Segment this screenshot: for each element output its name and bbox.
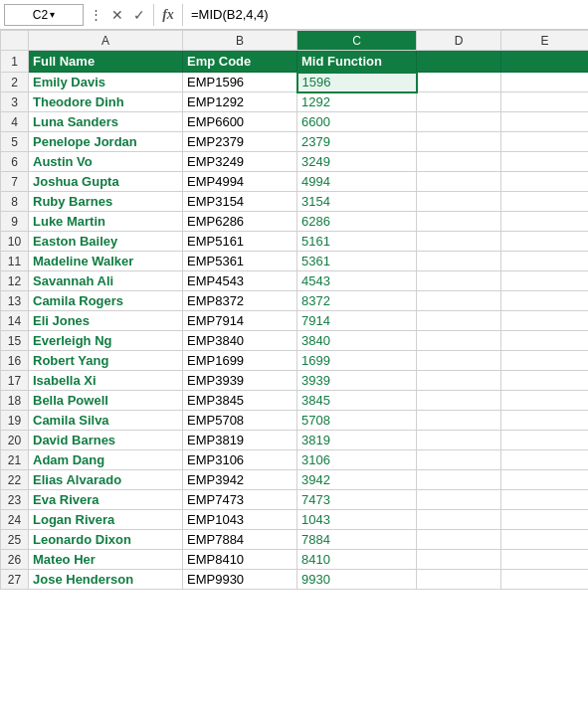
cell-e-15[interactable]	[501, 331, 589, 351]
col-header-c[interactable]: C	[297, 31, 417, 51]
cell-c-2[interactable]: 1596	[297, 73, 417, 92]
cell-a-27[interactable]: Jose Henderson	[29, 570, 183, 590]
cell-d-20[interactable]	[417, 431, 501, 450]
cell-a-23[interactable]: Eva Rivera	[29, 490, 183, 510]
cell-d-6[interactable]	[417, 152, 501, 172]
cell-b-5[interactable]: EMP2379	[183, 132, 297, 152]
cell-c-3[interactable]: 1292	[297, 92, 417, 112]
cell-b-26[interactable]: EMP8410	[183, 550, 297, 570]
cell-e-22[interactable]	[501, 470, 589, 490]
cell-a-21[interactable]: Adam Dang	[29, 450, 183, 470]
cell-b-14[interactable]: EMP7914	[183, 311, 297, 331]
cell-b-2[interactable]: EMP1596	[183, 73, 297, 92]
cell-b-18[interactable]: EMP3845	[183, 391, 297, 411]
cell-b-6[interactable]: EMP3249	[183, 152, 297, 172]
cell-e-10[interactable]	[501, 232, 589, 252]
cell-b-10[interactable]: EMP5161	[183, 232, 297, 252]
cell-ref-dropdown-icon[interactable]: ▾	[50, 9, 55, 20]
cell-d-4[interactable]	[417, 112, 501, 132]
cell-a-14[interactable]: Eli Jones	[29, 311, 183, 331]
cell-e-11[interactable]	[501, 252, 589, 271]
cell-c-24[interactable]: 1043	[297, 510, 417, 530]
cell-b-16[interactable]: EMP1699	[183, 351, 297, 371]
cell-c-11[interactable]: 5361	[297, 252, 417, 271]
cell-d-11[interactable]	[417, 252, 501, 271]
cell-a-12[interactable]: Savannah Ali	[29, 271, 183, 291]
cell-b-3[interactable]: EMP1292	[183, 92, 297, 112]
cell-b-7[interactable]: EMP4994	[183, 172, 297, 192]
cell-a-10[interactable]: Easton Bailey	[29, 232, 183, 252]
cell-c-26[interactable]: 8410	[297, 550, 417, 570]
cell-c-20[interactable]: 3819	[297, 431, 417, 450]
cell-e-17[interactable]	[501, 371, 589, 391]
cell-e-24[interactable]	[501, 510, 589, 530]
cell-d-26[interactable]	[417, 550, 501, 570]
cell-c-12[interactable]: 4543	[297, 271, 417, 291]
cell-a-9[interactable]: Luke Martin	[29, 212, 183, 232]
cell-c-27[interactable]: 9930	[297, 570, 417, 590]
cell-a-18[interactable]: Bella Powell	[29, 391, 183, 411]
cell-a-25[interactable]: Leonardo Dixon	[29, 530, 183, 550]
cell-e-6[interactable]	[501, 152, 589, 172]
cell-c-15[interactable]: 3840	[297, 331, 417, 351]
cell-d-27[interactable]	[417, 570, 501, 590]
cell-b-21[interactable]: EMP3106	[183, 450, 297, 470]
cell-a-5[interactable]: Penelope Jordan	[29, 132, 183, 152]
cell-e-12[interactable]	[501, 271, 589, 291]
cell-e-26[interactable]	[501, 550, 589, 570]
cell-c-7[interactable]: 4994	[297, 172, 417, 192]
cell-d-19[interactable]	[417, 411, 501, 431]
cell-c-9[interactable]: 6286	[297, 212, 417, 232]
cell-c-21[interactable]: 3106	[297, 450, 417, 470]
cell-a-26[interactable]: Mateo Her	[29, 550, 183, 570]
cell-a-15[interactable]: Everleigh Ng	[29, 331, 183, 351]
cell-b-25[interactable]: EMP7884	[183, 530, 297, 550]
cell-a-17[interactable]: Isabella Xi	[29, 371, 183, 391]
cell-b-13[interactable]: EMP8372	[183, 291, 297, 311]
cell-e-3[interactable]	[501, 92, 589, 112]
cell-d-21[interactable]	[417, 450, 501, 470]
cell-a-3[interactable]: Theodore Dinh	[29, 92, 183, 112]
cell-e-25[interactable]	[501, 530, 589, 550]
cell-b-22[interactable]: EMP3942	[183, 470, 297, 490]
cell-c-5[interactable]: 2379	[297, 132, 417, 152]
cell-b-4[interactable]: EMP6600	[183, 112, 297, 132]
cell-a-11[interactable]: Madeline Walker	[29, 252, 183, 271]
cell-c-13[interactable]: 8372	[297, 291, 417, 311]
cell-a-6[interactable]: Austin Vo	[29, 152, 183, 172]
cell-d-17[interactable]	[417, 371, 501, 391]
cell-d-18[interactable]	[417, 391, 501, 411]
cell-c-8[interactable]: 3154	[297, 192, 417, 212]
cell-d-7[interactable]	[417, 172, 501, 192]
cell-d-16[interactable]	[417, 351, 501, 371]
cell-e-14[interactable]	[501, 311, 589, 331]
cell-e-27[interactable]	[501, 570, 589, 590]
cell-b-11[interactable]: EMP5361	[183, 252, 297, 271]
cell-c-17[interactable]: 3939	[297, 371, 417, 391]
more-options-icon[interactable]: ⋮	[86, 4, 105, 26]
cell-e-13[interactable]	[501, 291, 589, 311]
cell-c-18[interactable]: 3845	[297, 391, 417, 411]
cell-b-27[interactable]: EMP9930	[183, 570, 297, 590]
cell-e-18[interactable]	[501, 391, 589, 411]
cell-e-7[interactable]	[501, 172, 589, 192]
cell-b-9[interactable]: EMP6286	[183, 212, 297, 232]
cell-c-25[interactable]: 7884	[297, 530, 417, 550]
col-header-e[interactable]: E	[501, 31, 589, 51]
cell-d-24[interactable]	[417, 510, 501, 530]
cell-e-16[interactable]	[501, 351, 589, 371]
cell-d-10[interactable]	[417, 232, 501, 252]
cell-b-15[interactable]: EMP3840	[183, 331, 297, 351]
cell-c-22[interactable]: 3942	[297, 470, 417, 490]
cell-a-7[interactable]: Joshua Gupta	[29, 172, 183, 192]
cell-b-24[interactable]: EMP1043	[183, 510, 297, 530]
confirm-icon[interactable]: ✓	[129, 4, 149, 26]
cell-e-23[interactable]	[501, 490, 589, 510]
cell-b-12[interactable]: EMP4543	[183, 271, 297, 291]
cell-e-4[interactable]	[501, 112, 589, 132]
cell-e-21[interactable]	[501, 450, 589, 470]
cell-d-9[interactable]	[417, 212, 501, 232]
cell-d-14[interactable]	[417, 311, 501, 331]
cell-c-10[interactable]: 5161	[297, 232, 417, 252]
insert-function-icon[interactable]: fx	[158, 4, 178, 26]
